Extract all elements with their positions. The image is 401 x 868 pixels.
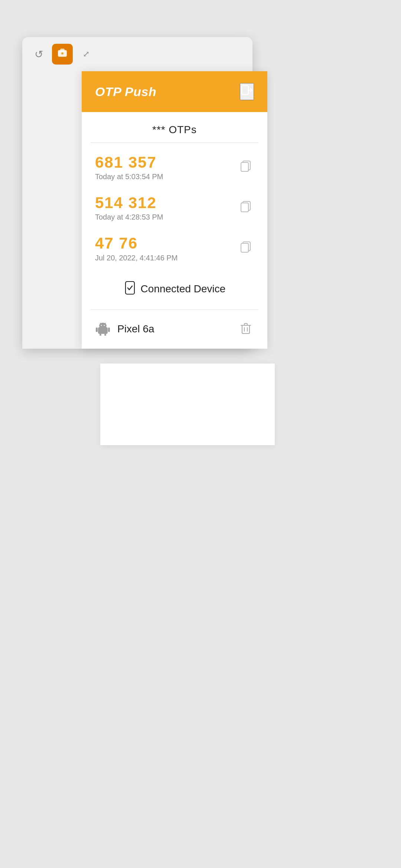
copy-button-2[interactable] (238, 198, 254, 218)
otp-code-1: 681 357 (95, 154, 163, 171)
svg-point-2 (61, 52, 63, 55)
delete-device-button[interactable] (238, 320, 254, 338)
browser-chrome: ↺ ⤢ OTP Push (22, 37, 252, 349)
connected-device-text: Connected Device (141, 283, 226, 295)
copy-icon-1 (240, 160, 252, 176)
otp-info-3: 47 76 Jul 20, 2022, 4:41:46 PM (95, 235, 177, 262)
android-icon (95, 320, 111, 338)
reload-icon: ↺ (35, 48, 43, 60)
device-info: Pixel 6a (95, 320, 154, 338)
app-header: OTP Push (82, 71, 267, 112)
svg-rect-6 (241, 162, 248, 171)
copy-button-1[interactable] (238, 157, 254, 178)
phone-check-icon (124, 281, 136, 297)
reload-button[interactable]: ↺ (30, 45, 48, 63)
otp-list: 681 357 Today at 5:03:54 PM 514 312 (82, 143, 267, 272)
device-name: Pixel 6a (117, 323, 154, 335)
copy-icon-2 (240, 200, 252, 216)
copy-icon-3 (240, 240, 252, 257)
otp-heading: *** OTPs (152, 124, 197, 135)
otp-timestamp-2: Today at 4:28:53 PM (95, 213, 163, 221)
device-row: Pixel 6a (82, 310, 267, 349)
trash-icon (240, 331, 252, 336)
svg-rect-21 (108, 328, 110, 332)
svg-rect-24 (244, 323, 247, 325)
connected-device-label: Connected Device (95, 281, 254, 297)
svg-rect-22 (242, 325, 250, 333)
expand-icon: ⤢ (83, 49, 89, 59)
svg-rect-3 (242, 86, 248, 95)
svg-rect-20 (96, 328, 98, 332)
browser-body-shadow (100, 364, 275, 445)
expand-button[interactable]: ⤢ (77, 45, 95, 63)
app-tab-icon (56, 47, 68, 62)
svg-rect-11 (125, 282, 134, 294)
otp-info-2: 514 312 Today at 4:28:53 PM (95, 194, 163, 221)
otp-heading-row: *** OTPs (82, 112, 267, 142)
otp-item: 47 76 Jul 20, 2022, 4:41:46 PM (82, 228, 267, 269)
svg-rect-1 (60, 49, 65, 52)
svg-rect-18 (100, 334, 101, 336)
app-title: OTP Push (95, 85, 156, 99)
otp-info-1: 681 357 Today at 5:03:54 PM (95, 154, 163, 181)
svg-rect-8 (241, 203, 248, 212)
otp-item: 514 312 Today at 4:28:53 PM (82, 188, 267, 228)
svg-rect-10 (241, 243, 248, 252)
browser-tab[interactable] (52, 44, 73, 65)
svg-rect-19 (104, 334, 106, 336)
connected-device-section: Connected Device (82, 272, 267, 303)
logout-button[interactable] (240, 83, 254, 100)
browser-toolbar: ↺ ⤢ (22, 37, 252, 71)
otp-timestamp-1: Today at 5:03:54 PM (95, 172, 163, 181)
otp-item: 681 357 Today at 5:03:54 PM (82, 147, 267, 188)
app-card: OTP Push *** OTPs 681 357 Today at 5:03:… (82, 71, 267, 349)
copy-button-3[interactable] (238, 238, 254, 259)
otp-code-3: 47 76 (95, 235, 177, 252)
otp-timestamp-3: Jul 20, 2022, 4:41:46 PM (95, 254, 177, 262)
otp-code-2: 514 312 (95, 194, 163, 211)
